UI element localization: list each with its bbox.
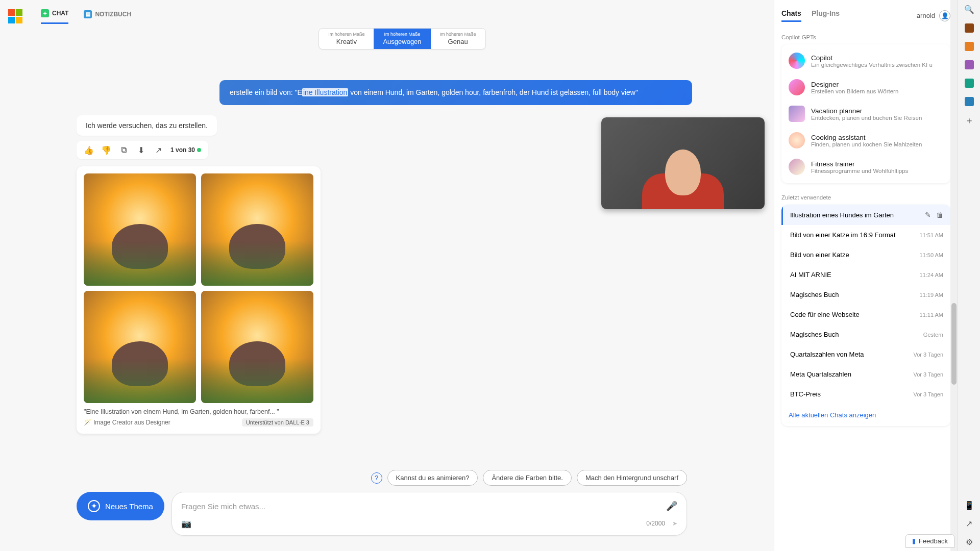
microphone-icon[interactable]: 🎤 [666, 500, 677, 512]
gear-icon[interactable]: ⚙ [964, 537, 974, 547]
gpt-cooking[interactable]: Cooking assistantFinden, planen und koch… [781, 127, 950, 154]
thumbs-down-icon[interactable]: 👎 [101, 145, 111, 155]
new-topic-icon: ✦ [88, 500, 100, 512]
tab-chat[interactable]: ✦ CHAT [41, 9, 68, 24]
recent-item[interactable]: Illustration eines Hundes im Garten ✎🗑 [781, 205, 950, 225]
tab-notebook[interactable]: ▤ NOTIZBUCH [84, 9, 131, 24]
recent-label: Zuletzt verwendete [781, 194, 950, 201]
recent-item[interactable]: Magisches BuchGestern [781, 324, 950, 344]
gpt-fitness[interactable]: Fitness trainerFitnessprogramme und Wohl… [781, 154, 950, 180]
edge-app-5-icon[interactable] [965, 97, 974, 106]
download-icon[interactable]: ⬇ [136, 145, 146, 155]
recent-item[interactable]: BTC-PreisVor 3 Tagen [781, 384, 950, 404]
style-creative[interactable]: Im höheren Maße Kreativ [319, 29, 374, 49]
scrollbar-track[interactable] [950, 0, 958, 551]
generated-image-3[interactable] [84, 291, 196, 403]
tab-chats[interactable]: Chats [781, 9, 801, 22]
input-row: ✦ Neues Thema 🎤 📷 0/2000 ➤ [77, 492, 687, 536]
style-balanced[interactable]: Im höheren Maße Ausgewogen [374, 29, 430, 49]
external-link-icon[interactable]: ↗ [964, 518, 974, 529]
dumbbell-icon [789, 159, 805, 175]
add-app-icon[interactable]: ＋ [964, 115, 974, 126]
suggestion-row: ? Kannst du es animieren? Ändere die Far… [31, 470, 774, 486]
feedback-icon: ▮ [912, 537, 916, 545]
chat-input[interactable] [181, 502, 666, 511]
recent-item[interactable]: Quartalszahlen von MetaVor 3 Tagen [781, 344, 950, 364]
edge-app-3-icon[interactable] [965, 60, 974, 69]
selected-text[interactable]: ine Illustration [302, 88, 348, 96]
message-actions: 👍 👎 ⧉ ⬇ ↗ 1 von 30 [77, 141, 208, 159]
copy-icon[interactable]: ⧉ [118, 145, 129, 155]
thumbs-up-icon[interactable]: 👍 [84, 145, 94, 155]
send-icon[interactable]: ➤ [672, 520, 677, 527]
chat-icon: ✦ [41, 9, 49, 17]
suitcase-icon [789, 106, 805, 122]
right-sidebar: Chats Plug-Ins arnold 👤 Copilot-GPTs Cop… [774, 0, 958, 551]
user-message: erstelle ein bild von: "Eine Illustratio… [219, 80, 692, 105]
search-icon[interactable]: 🔍 [964, 4, 974, 14]
generated-image-4[interactable] [201, 291, 313, 403]
recent-item[interactable]: Code für eine Webseite11:11 AM [781, 305, 950, 324]
delete-icon[interactable]: 🗑 [936, 211, 943, 219]
show-all-chats[interactable]: Alle aktuellen Chats anzeigen [781, 404, 950, 426]
user-avatar-icon: 👤 [939, 10, 950, 21]
suggestion-2[interactable]: Ändere die Farben bitte. [483, 470, 571, 486]
suggestion-3[interactable]: Mach den Hintergrund unscharf [577, 470, 687, 486]
new-topic-button[interactable]: ✦ Neues Thema [77, 492, 164, 520]
camera-icon[interactable]: 📷 [181, 519, 191, 529]
image-result-card: "Eine Illustration von einem Hund, im Ga… [77, 166, 321, 434]
gpt-designer[interactable]: DesignerErstellen von Bildern aus Wörter… [781, 74, 950, 101]
gpt-copilot[interactable]: CopilotEin gleichgewichtiges Verhältnis … [781, 47, 950, 74]
recent-item[interactable]: AI MIT ARNIE11:24 AM [781, 265, 950, 285]
microsoft-logo[interactable] [8, 9, 22, 23]
tab-chat-label: CHAT [52, 10, 68, 17]
designer-icon [789, 79, 805, 95]
style-precise[interactable]: Im höheren Maße Genau [431, 29, 485, 49]
turn-counter: 1 von 30 [170, 146, 201, 154]
suggestion-help-icon[interactable]: ? [371, 472, 382, 484]
edit-icon[interactable]: ✎ [925, 211, 931, 219]
tab-plugins[interactable]: Plug-Ins [812, 9, 840, 22]
center-column: ✦ CHAT ▤ NOTIZBUCH Im höheren Maße Kreat… [31, 0, 774, 551]
recent-item[interactable]: Magisches Buch11:19 AM [781, 285, 950, 305]
webcam-overlay[interactable] [601, 117, 765, 209]
image-caption: "Eine Illustration von einem Hund, im Ga… [84, 408, 313, 415]
notebook-icon: ▤ [84, 10, 92, 18]
gpt-vacation[interactable]: Vacation plannerEntdecken, planen und bu… [781, 101, 950, 127]
edge-app-2-icon[interactable] [965, 42, 974, 51]
chat-input-box: 🎤 📷 0/2000 ➤ [172, 492, 687, 536]
edge-app-1-icon[interactable] [965, 23, 974, 33]
user-chip[interactable]: arnold 👤 [917, 10, 950, 21]
share-icon[interactable]: ↗ [153, 145, 163, 155]
generated-image-1[interactable] [84, 173, 196, 286]
dalle-badge: Unterstützt von DALL·E 3 [242, 418, 313, 427]
top-tabs: ✦ CHAT ▤ NOTIZBUCH [41, 0, 764, 24]
copilot-gpts-label: Copilot-GPTs [781, 34, 950, 40]
donut-icon [789, 132, 805, 148]
copilot-icon [789, 53, 805, 69]
suggestion-1[interactable]: Kannst du es animieren? [387, 470, 478, 486]
recent-item[interactable]: Bild von einer Katze im 16:9 Format11:51… [781, 225, 950, 245]
image-creator-source[interactable]: 🪄Image Creator aus Designer [84, 419, 170, 426]
status-dot-icon [197, 148, 201, 152]
scrollbar-thumb[interactable] [951, 303, 957, 385]
char-counter: 0/2000 [646, 520, 665, 527]
recent-item[interactable]: Meta QuartalszahlenVor 3 Tagen [781, 364, 950, 384]
generated-image-2[interactable] [201, 173, 313, 286]
left-rail [0, 0, 31, 551]
edge-sidebar: 🔍 ＋ 📱 ↗ ⚙ [958, 0, 980, 551]
gpt-list: CopilotEin gleichgewichtiges Verhältnis … [781, 44, 950, 183]
tab-notebook-label: NOTIZBUCH [95, 11, 131, 18]
edge-app-4-icon[interactable] [965, 79, 974, 88]
recent-chats-list: Illustration eines Hundes im Garten ✎🗑 B… [781, 205, 950, 426]
wand-icon: 🪄 [84, 419, 91, 426]
recent-item[interactable]: Bild von einer Katze11:50 AM [781, 245, 950, 265]
feedback-button[interactable]: ▮ Feedback [905, 534, 954, 548]
assistant-message: Ich werde versuchen, das zu erstellen. [77, 115, 217, 136]
phone-icon[interactable]: 📱 [964, 500, 974, 510]
conversation-style-toggle: Im höheren Maße Kreativ Im höheren Maße … [318, 28, 485, 49]
